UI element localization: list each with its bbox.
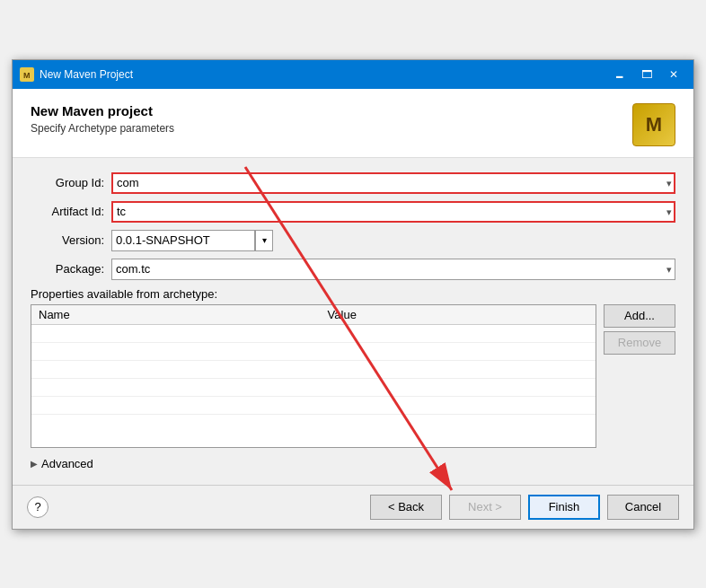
artifact-id-label: Artifact Id: xyxy=(31,205,111,218)
advanced-label: Advanced xyxy=(41,457,93,470)
help-button[interactable]: ? xyxy=(27,496,49,518)
artifact-id-row: Artifact Id: xyxy=(31,201,675,223)
package-row: Package: com.tc xyxy=(31,259,675,280)
version-label: Version: xyxy=(31,233,111,247)
properties-label: Properties available from archetype: xyxy=(31,287,675,301)
advanced-arrow-icon: ▶ xyxy=(31,459,38,469)
table-row xyxy=(31,342,596,360)
col-value: Value xyxy=(321,305,596,325)
remove-property-button[interactable]: Remove xyxy=(604,331,675,355)
group-id-label: Group Id: xyxy=(31,176,111,189)
window-icon: M xyxy=(20,67,34,82)
properties-buttons: Add... Remove xyxy=(604,304,675,448)
minimize-button[interactable]: 🗕 xyxy=(607,66,632,83)
dialog-content: Group Id: Artifact Id: Version: ▾ xyxy=(13,158,693,485)
add-property-button[interactable]: Add... xyxy=(604,304,675,328)
group-id-input[interactable] xyxy=(111,172,675,194)
advanced-section: ▶ Advanced xyxy=(31,457,675,470)
artifact-id-input[interactable] xyxy=(111,201,675,223)
properties-table: Name Value xyxy=(31,305,596,415)
finish-button[interactable]: Finish xyxy=(528,495,600,520)
col-name: Name xyxy=(31,305,321,325)
close-button[interactable]: ✕ xyxy=(661,66,686,83)
dialog-title: New Maven project xyxy=(31,103,174,118)
table-row xyxy=(31,324,596,342)
title-bar: M New Maven Project 🗕 🗖 ✕ xyxy=(13,60,693,89)
maven-logo: M xyxy=(632,103,675,146)
properties-table-wrap: Name Value xyxy=(31,304,596,448)
version-input[interactable] xyxy=(111,230,255,251)
table-row xyxy=(31,378,596,396)
maximize-button[interactable]: 🗖 xyxy=(634,66,659,83)
next-button[interactable]: Next > xyxy=(449,495,521,520)
package-label: Package: xyxy=(31,262,111,276)
group-id-row: Group Id: xyxy=(31,172,675,194)
advanced-toggle[interactable]: ▶ Advanced xyxy=(31,457,675,470)
cancel-button[interactable]: Cancel xyxy=(607,495,679,520)
window-title: New Maven Project xyxy=(40,68,133,81)
dialog-footer: ? < Back Next > Finish Cancel xyxy=(13,485,693,529)
package-select[interactable]: com.tc xyxy=(111,259,675,280)
back-button[interactable]: < Back xyxy=(370,495,442,520)
properties-section: Properties available from archetype: Nam… xyxy=(31,287,675,448)
svg-text:M: M xyxy=(23,71,31,80)
dialog-subtitle: Specify Archetype parameters xyxy=(31,122,174,135)
table-row xyxy=(31,396,596,414)
version-dropdown-button[interactable]: ▾ xyxy=(255,230,273,251)
table-row xyxy=(31,360,596,378)
version-row: Version: ▾ xyxy=(31,230,675,251)
dialog-header: New Maven project Specify Archetype para… xyxy=(13,89,693,158)
